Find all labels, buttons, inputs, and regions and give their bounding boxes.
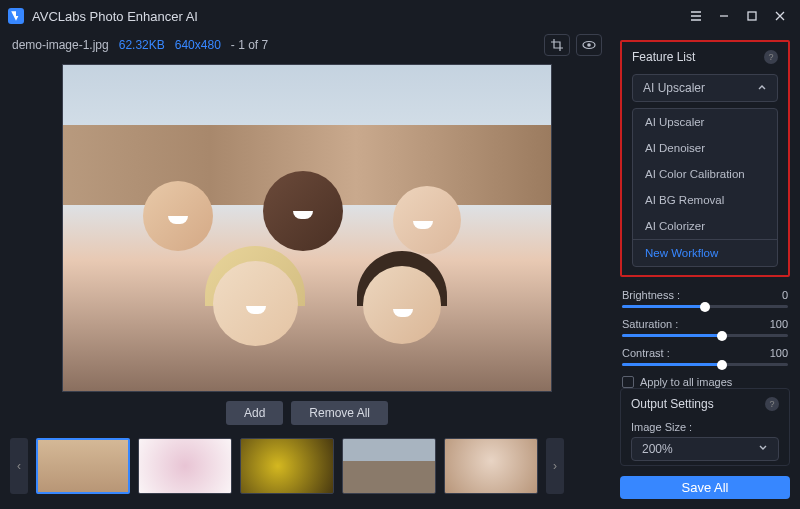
- feature-select[interactable]: AI Upscaler: [632, 74, 778, 102]
- output-settings-section: Output Settings ? Image Size : 200%: [620, 388, 790, 466]
- file-size: 62.32KB: [119, 38, 165, 52]
- preview-toggle-button[interactable]: [576, 34, 602, 56]
- output-header: Output Settings ?: [631, 397, 779, 411]
- preview-image[interactable]: [62, 64, 552, 392]
- help-icon[interactable]: ?: [764, 50, 778, 64]
- image-size-value: 200%: [642, 442, 673, 456]
- thumbnail-1[interactable]: [36, 438, 130, 494]
- preview-area: [10, 58, 604, 398]
- feature-header: Feature List ?: [632, 50, 778, 64]
- right-panel: Feature List ? AI Upscaler AI Upscaler A…: [614, 32, 800, 509]
- image-size-label: Image Size :: [631, 421, 779, 433]
- preview-tools: [544, 34, 602, 56]
- svg-rect-0: [748, 12, 756, 20]
- apply-all-checkbox[interactable]: [622, 376, 634, 388]
- help-icon[interactable]: ?: [765, 397, 779, 411]
- image-size-select[interactable]: 200%: [631, 437, 779, 461]
- titlebar: AVCLabs Photo Enhancer AI: [0, 0, 800, 32]
- crop-button[interactable]: [544, 34, 570, 56]
- saturation-value: 100: [770, 318, 788, 330]
- apply-all-label: Apply to all images: [640, 376, 732, 388]
- app-logo: [8, 8, 24, 24]
- remove-all-button[interactable]: Remove All: [291, 401, 388, 425]
- contrast-slider[interactable]: [622, 363, 788, 366]
- titlebar-left: AVCLabs Photo Enhancer AI: [8, 8, 198, 24]
- thumbnail-2[interactable]: [138, 438, 232, 494]
- thumbnails-next[interactable]: ›: [546, 438, 564, 494]
- adjust-section: Brightness :0 Saturation :100 Contrast :…: [620, 289, 790, 388]
- saturation-slider[interactable]: [622, 334, 788, 337]
- feature-title: Feature List: [632, 50, 695, 64]
- apply-all-row: Apply to all images: [622, 376, 788, 388]
- contrast-row: Contrast :100: [622, 347, 788, 366]
- file-name: demo-image-1.jpg: [12, 38, 109, 52]
- titlebar-controls: [684, 4, 792, 28]
- brightness-slider[interactable]: [622, 305, 788, 308]
- saturation-label: Saturation :: [622, 318, 678, 330]
- file-index: - 1 of 7: [231, 38, 268, 52]
- feature-option-colorizer[interactable]: AI Colorizer: [633, 213, 777, 239]
- left-panel: demo-image-1.jpg 62.32KB 640x480 - 1 of …: [0, 32, 614, 509]
- feature-option-bg-removal[interactable]: AI BG Removal: [633, 187, 777, 213]
- thumbnail-4[interactable]: [342, 438, 436, 494]
- app-title: AVCLabs Photo Enhancer AI: [32, 9, 198, 24]
- thumbnail-strip: ‹ ›: [10, 428, 604, 504]
- thumbnail-5[interactable]: [444, 438, 538, 494]
- saturation-row: Saturation :100: [622, 318, 788, 337]
- chevron-down-icon: [758, 442, 768, 456]
- feature-option-new-workflow[interactable]: New Workflow: [633, 239, 777, 266]
- contrast-value: 100: [770, 347, 788, 359]
- feature-option-upscaler[interactable]: AI Upscaler: [633, 109, 777, 135]
- brightness-value: 0: [782, 289, 788, 301]
- save-all-button[interactable]: Save All: [620, 476, 790, 499]
- main-content: demo-image-1.jpg 62.32KB 640x480 - 1 of …: [0, 32, 800, 509]
- close-button[interactable]: [768, 4, 792, 28]
- svg-point-2: [587, 43, 591, 47]
- maximize-button[interactable]: [740, 4, 764, 28]
- thumbnail-3[interactable]: [240, 438, 334, 494]
- feature-option-color-calibration[interactable]: AI Color Calibration: [633, 161, 777, 187]
- thumbnails-prev[interactable]: ‹: [10, 438, 28, 494]
- feature-dropdown: AI Upscaler AI Denoiser AI Color Calibra…: [632, 108, 778, 267]
- brightness-row: Brightness :0: [622, 289, 788, 308]
- contrast-label: Contrast :: [622, 347, 670, 359]
- list-actions: Add Remove All: [10, 398, 604, 428]
- minimize-button[interactable]: [712, 4, 736, 28]
- add-button[interactable]: Add: [226, 401, 283, 425]
- output-title: Output Settings: [631, 397, 714, 411]
- feature-option-denoiser[interactable]: AI Denoiser: [633, 135, 777, 161]
- file-dimensions: 640x480: [175, 38, 221, 52]
- file-info: demo-image-1.jpg 62.32KB 640x480 - 1 of …: [10, 32, 604, 58]
- feature-selected: AI Upscaler: [643, 81, 705, 95]
- feature-list-section: Feature List ? AI Upscaler AI Upscaler A…: [620, 40, 790, 277]
- brightness-label: Brightness :: [622, 289, 680, 301]
- menu-button[interactable]: [684, 4, 708, 28]
- chevron-up-icon: [757, 81, 767, 95]
